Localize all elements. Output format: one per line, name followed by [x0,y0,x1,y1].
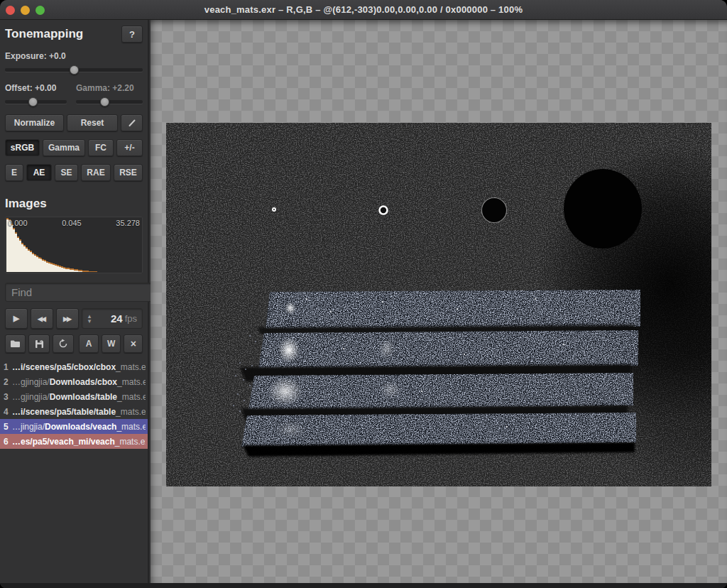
metric-rae-button[interactable]: RAE [81,164,111,181]
image-list: 1 …i/scenes/pa5/cbox/cbox_mats.exr 2 …gj… [0,359,148,449]
image-path: …jingjia/Downloads/veach_mats.exr [12,422,146,432]
skip-back-icon: ◀◀ [38,315,46,322]
gamma-slider[interactable] [76,97,143,107]
image-list-item[interactable]: 1 …i/scenes/pa5/cbox/cbox_mats.exr [0,359,148,374]
exposure-slider-knob[interactable] [70,65,79,75]
traffic-lights [6,0,45,20]
save-image-button[interactable] [28,334,49,353]
fps-value[interactable]: 24 [97,312,123,325]
metric-rse-button[interactable]: RSE [114,164,143,181]
reset-button[interactable]: Reset [67,114,118,131]
bar-2-speckle [258,330,638,369]
brush-icon [127,118,137,128]
image-list-item-reference[interactable]: 6 …es/pa5/veach_mi/veach_mats.exr [0,434,148,449]
image-number: 2 [4,377,12,387]
metric-se-button[interactable]: SE [55,164,78,181]
histogram-max-label: 35.278 [116,219,140,227]
image-list-item[interactable]: 3 …gjingjia/Downloads/table_mats.exr [0,389,148,404]
mode-srgb-button[interactable]: sRGB [5,139,40,156]
close-image-button[interactable]: × [124,334,143,353]
bar-1-speckle [266,290,640,329]
app-window: veach_mats.exr – R,G,B – @(612,-303)0.00… [0,0,727,588]
minimize-window-button[interactable] [21,6,30,15]
light-1-core [273,209,275,210]
window-bottom-edge [0,583,727,588]
bar-3-highlight-2 [380,381,401,399]
image-number: 5 [4,422,12,432]
images-title: Images [5,197,143,211]
bar-1-highlight [285,302,296,315]
image-path: …i/scenes/pa5/cbox/cbox_mats.exr [12,362,146,372]
gamma-label: Gamma: +2.20 [76,83,143,93]
close-window-button[interactable] [6,6,15,15]
window-title: veach_mats.exr – R,G,B – @(612,-303)0.00… [204,4,523,15]
metric-e-button[interactable]: E [5,164,23,181]
metric-ae-button[interactable]: AE [26,164,52,181]
fps-stepper[interactable]: ▴ ▾ [82,314,97,324]
play-button[interactable]: ▶ [5,308,28,329]
histogram-min-label: 0.000 [8,219,28,227]
bar-2-highlight [278,337,300,363]
skip-forward-icon: ▶▶ [63,315,72,322]
bar-2-highlight-2 [378,338,395,359]
light-3 [482,198,507,223]
offset-slider-knob[interactable] [28,97,38,107]
watch-all-button[interactable]: A [79,334,99,353]
reload-image-button[interactable] [53,334,74,353]
offset-label: Offset: +0.00 [5,83,67,93]
image-path: …i/scenes/pa5/table/table_mats.exr [12,407,146,417]
bars [240,290,640,457]
exposure-slider[interactable] [5,65,143,75]
find-input[interactable] [5,283,159,302]
tonemapping-title: Tonemapping [5,27,83,41]
fps-spinner[interactable]: ▴ ▾ 24 fps [82,308,143,329]
image-path: …gjingjia/Downloads/table_mats.exr [12,392,146,402]
help-button[interactable]: ? [121,26,143,43]
play-icon: ▶ [13,314,19,323]
light-2 [380,207,388,214]
exposure-label: Exposure: +0.0 [5,51,143,61]
mode-plusminus-button[interactable]: +/- [116,139,143,156]
image-number: 6 [4,437,12,447]
spinner-down-icon[interactable]: ▾ [88,319,92,324]
image-path: …gjingjia/Downloads/cbox_mats.exr [12,377,146,387]
rendered-image[interactable] [166,123,711,486]
image-number: 3 [4,392,12,402]
offset-slider[interactable] [5,97,67,107]
rendered-image-container[interactable] [166,123,711,486]
next-image-button[interactable]: ▶▶ [56,308,79,329]
save-icon [35,339,44,349]
fps-unit-label: fps [123,313,142,324]
image-list-item-selected[interactable]: 5 …jingjia/Downloads/veach_mats.exr [0,419,148,434]
title-bar[interactable]: veach_mats.exr – R,G,B – @(612,-303)0.00… [0,0,727,20]
reload-icon [58,339,68,349]
open-image-button[interactable] [5,334,26,353]
bar-3-highlight [268,377,302,405]
image-number: 1 [4,362,12,372]
light-4 [564,169,642,249]
mode-fc-button[interactable]: FC [88,139,114,156]
watch-file-button[interactable]: W [102,334,121,353]
image-path: …es/pa5/veach_mi/veach_mats.exr [12,437,146,447]
bar-3-speckle [248,373,633,410]
gamma-slider-knob[interactable] [100,97,109,107]
zoom-window-button[interactable] [35,6,45,15]
normalize-button[interactable]: Normalize [5,114,64,131]
folder-icon [10,339,21,348]
mode-gamma-button[interactable]: Gamma [43,139,85,156]
sidebar: Tonemapping ? Exposure: +0.0 Offset: +0.… [0,20,149,583]
viewport-background[interactable] [151,20,727,583]
brush-button[interactable] [121,114,143,131]
histogram: 0.000 0.045 35.278 [5,217,143,273]
image-number: 4 [4,407,12,417]
bar-4-highlight [275,420,306,439]
histogram-mean-label: 0.045 [62,219,82,227]
image-list-item[interactable]: 2 …gjingjia/Downloads/cbox_mats.exr [0,374,148,389]
previous-image-button[interactable]: ◀◀ [31,308,53,329]
image-list-item[interactable]: 4 …i/scenes/pa5/table/table_mats.exr [0,404,148,419]
